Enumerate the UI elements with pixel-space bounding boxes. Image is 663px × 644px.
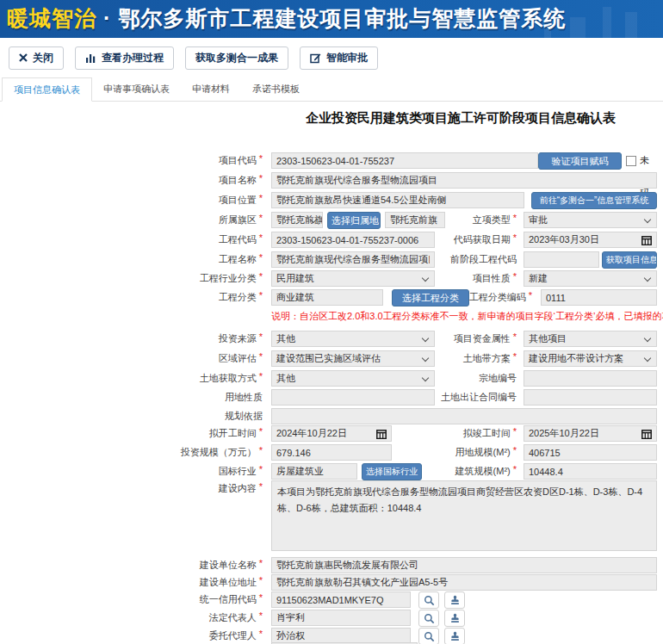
- required-marker: *: [259, 213, 263, 223]
- project-name-input[interactable]: [271, 172, 657, 189]
- region-eval-select[interactable]: 建设范围已实施区域评估: [271, 350, 435, 367]
- land-scale-label: 用地规模(M²)*: [429, 444, 517, 461]
- land-contract-no-input[interactable]: [524, 389, 657, 406]
- land-plan-label: 土地带方案*: [429, 350, 517, 367]
- form-title: 企业投资民用建筑类项目施工许可阶段项目信息确认表: [258, 110, 663, 127]
- required-marker: *: [259, 629, 263, 639]
- required-marker: *: [259, 445, 263, 455]
- required-marker: *: [259, 351, 263, 362]
- required-marker: *: [529, 290, 532, 300]
- required-marker: *: [259, 610, 263, 621]
- required-marker: *: [513, 331, 517, 342]
- required-marker: *: [259, 464, 263, 474]
- required-marker: *: [259, 575, 263, 585]
- land-nature-label: 用地性质: [133, 389, 263, 406]
- search-icon: [424, 613, 435, 624]
- stamp-icon: [449, 631, 461, 642]
- required-marker: *: [259, 481, 263, 492]
- smart-approval-button[interactable]: 智能审批: [300, 46, 378, 70]
- required-marker: *: [259, 193, 263, 203]
- fetch-project-info-button[interactable]: 获取项目信息: [602, 251, 657, 269]
- required-marker: *: [259, 252, 263, 263]
- close-button[interactable]: 关闭: [9, 46, 64, 70]
- classification-note: 说明：自治区工改2.0和3.0工程分类标准不一致，新申请的项目字段‘工程分类’必…: [271, 310, 663, 323]
- legal-rep-stamp-button[interactable]: [444, 610, 465, 627]
- start-date-label: 拟开工时间*: [133, 425, 263, 442]
- unit-address-input[interactable]: [271, 574, 657, 591]
- choose-national-industry-button[interactable]: 选择国标行业: [362, 463, 422, 480]
- eng-class-input[interactable]: [271, 289, 383, 306]
- chevron-down-icon: [644, 275, 651, 282]
- land-nature-input[interactable]: [271, 389, 435, 406]
- credit-code-input[interactable]: [271, 591, 411, 608]
- invest-source-select[interactable]: 其他: [271, 331, 435, 347]
- tab-commitment-template[interactable]: 承诺书模板: [241, 77, 311, 101]
- toolbar: 关闭 查看办理过程 获取多测合一成果 智能审批: [0, 38, 663, 77]
- verify-project-code-button[interactable]: 验证项目赋码: [538, 152, 622, 170]
- construction-content-textarea[interactable]: 本项目为鄂托克前旗现代综合服务型物流园项目商贸经营区农资D区D-1栋、D-3栋、…: [271, 480, 657, 551]
- building-scale-label: 建筑规模(M²)*: [429, 463, 517, 480]
- required-marker: *: [513, 232, 517, 243]
- search-icon: [424, 595, 435, 606]
- unit-address-label: 建设单位地址*: [133, 574, 263, 591]
- credit-code-search-button[interactable]: [418, 591, 439, 609]
- agent-stamp-button[interactable]: [444, 628, 465, 644]
- legal-rep-input[interactable]: [271, 610, 411, 626]
- required-marker: *: [259, 153, 263, 164]
- view-process-button[interactable]: 查看办理过程: [75, 46, 174, 70]
- unassigned-code-checkbox[interactable]: [626, 156, 636, 166]
- fund-attr-label: 项目资金属性*: [429, 331, 517, 347]
- end-date-input[interactable]: 2025年10月22日: [524, 425, 657, 442]
- credit-code-stamp-button[interactable]: [444, 591, 465, 609]
- project-location-input[interactable]: [271, 192, 524, 208]
- tab-application-materials[interactable]: 申请材料: [181, 77, 241, 101]
- fund-attr-select[interactable]: 其他项目: [524, 331, 657, 347]
- invest-scale-label: 投资规模（万元）*: [133, 444, 263, 461]
- parcel-no-input[interactable]: [524, 370, 657, 387]
- planning-basis-input[interactable]: [271, 408, 657, 424]
- invest-scale-input[interactable]: [271, 444, 392, 461]
- end-date-label: 拟竣工时间*: [429, 425, 517, 442]
- credit-code-label: 统一信用代码*: [133, 591, 263, 608]
- tab-bar: 项目信息确认表 申请事项确认表 申请材料 承诺书模板: [0, 77, 663, 102]
- brand-name: 暖城智治: [7, 6, 96, 30]
- get-multi-survey-button[interactable]: 获取多测合一成果: [185, 46, 288, 70]
- calendar-icon: [641, 429, 652, 439]
- goto-multi-survey-button[interactable]: 前往“多测合一”信息管理系统: [531, 192, 657, 209]
- building-scale-input[interactable]: [524, 463, 657, 480]
- required-marker: *: [259, 290, 263, 300]
- eng-name-input[interactable]: [271, 251, 435, 268]
- agent-search-button[interactable]: [418, 628, 439, 644]
- choose-district-button[interactable]: 选择归属地: [327, 212, 381, 229]
- project-nature-select[interactable]: 新建: [524, 270, 657, 287]
- tab-application-items-form[interactable]: 申请事项确认表: [92, 77, 181, 101]
- eng-class-code-input[interactable]: [541, 289, 657, 306]
- code-date-input[interactable]: 2023年03月30日: [524, 232, 657, 248]
- prev-stage-code-input[interactable]: [524, 251, 599, 268]
- land-acquire-select[interactable]: 其他: [271, 370, 435, 387]
- tab-project-info-form[interactable]: 项目信息确认表: [2, 77, 92, 102]
- project-nature-label: 项目性质*: [429, 270, 517, 287]
- land-scale-input[interactable]: [524, 444, 657, 461]
- edit-icon: [310, 53, 321, 64]
- chevron-down-icon: [422, 355, 429, 362]
- district-select[interactable]: 鄂托克前旗: [271, 212, 323, 228]
- invest-source-label: 投资来源*: [133, 331, 263, 347]
- chevron-down-icon: [644, 216, 651, 223]
- approval-type-label: 立项类型*: [429, 212, 517, 228]
- required-marker: *: [513, 351, 517, 362]
- required-marker: *: [513, 464, 517, 474]
- project-code-input[interactable]: [271, 152, 538, 169]
- start-date-input[interactable]: 2024年10月22日: [271, 425, 392, 442]
- required-marker: *: [259, 331, 263, 342]
- project-location-label: 项目位置*: [133, 192, 263, 208]
- land-plan-select[interactable]: 建设用地不带设计方案: [524, 350, 657, 367]
- industry-class-select[interactable]: 民用建筑: [271, 270, 435, 287]
- land-contract-no-label: 土地出让合同编号: [429, 389, 517, 406]
- approval-type-select[interactable]: 审批: [524, 212, 657, 228]
- legal-rep-search-button[interactable]: [418, 610, 439, 627]
- national-industry-input[interactable]: [271, 463, 357, 480]
- unit-name-input[interactable]: [271, 557, 657, 573]
- parcel-no-label: 宗地编号: [429, 370, 517, 387]
- eng-code-input[interactable]: [271, 232, 435, 248]
